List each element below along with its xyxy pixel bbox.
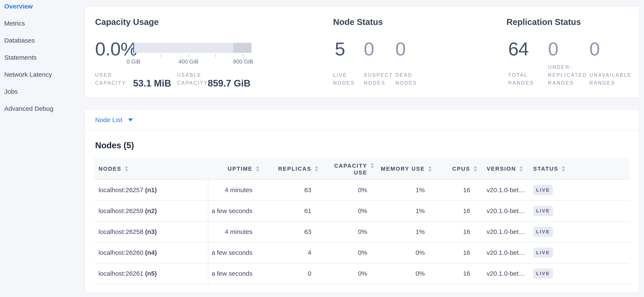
replicas-cell: 63 [247, 180, 311, 200]
node-address: localhost:26257 [98, 186, 143, 194]
node-address-cell[interactable]: localhost:26257(n1) [98, 180, 157, 200]
sidebar-item-label: Network Latency [4, 71, 52, 78]
sort-icon [562, 166, 565, 172]
total-ranges-count: 64 [508, 38, 529, 60]
column-header-nodes[interactable]: NODES [98, 158, 128, 180]
memory-use-cell: 0% [361, 263, 425, 284]
node-id: (n1) [145, 186, 157, 194]
replicas-cell: 63 [247, 222, 311, 242]
sidebar-item-metrics[interactable]: Metrics [0, 15, 84, 32]
sidebar-item-statements[interactable]: Statements [0, 49, 84, 66]
node-list-dropdown[interactable]: Node List [85, 109, 639, 131]
capacity-used-percent: 0.0% [95, 38, 137, 60]
column-header-capacity-use[interactable]: CAPACITY USE [324, 158, 374, 180]
capacity-usage-bar [133, 43, 252, 53]
version-cell: v20.1.0-bet… [487, 222, 525, 242]
sidebar-item-overview[interactable]: Overview [0, 0, 84, 15]
sidebar-item-label: Statements [4, 54, 37, 61]
status-cell: LIVE [533, 180, 553, 200]
column-header-label: REPLICAS [278, 166, 311, 172]
suspect-nodes-label: SUSPECT NODES [364, 71, 400, 87]
node-list-dropdown-label: Node List [95, 116, 122, 124]
capacity-use-cell: 0% [303, 180, 367, 200]
node-address-cell[interactable]: localhost:26261(n5) [98, 263, 157, 284]
column-header-uptime[interactable]: UPTIME [228, 158, 259, 180]
sidebar-item-label: Jobs [4, 88, 18, 95]
table-row-node-5[interactable]: localhost:26261(n5) a few seconds 0 0% 0… [94, 263, 630, 284]
sidebar-item-label: Databases [4, 37, 35, 44]
sort-icon [520, 166, 523, 172]
node-list-card: Node List Nodes (5) NODES UPTIME REPLICA… [84, 109, 639, 293]
sort-icon [256, 166, 259, 172]
axis-tick-label: 800 GiB [226, 58, 260, 65]
nodes-count-heading: Nodes (5) [95, 141, 134, 150]
cpus-cell: 16 [417, 201, 470, 221]
sidebar-item-network-latency[interactable]: Network Latency [0, 66, 84, 83]
status-badge: LIVE [533, 206, 553, 216]
cpus-cell: 16 [417, 180, 470, 200]
version-cell: v20.1.0-bet… [487, 201, 525, 221]
status-cell: LIVE [533, 263, 553, 284]
sidebar-item-label: Overview [4, 3, 33, 10]
unavailable-ranges-label: UNAVAILABLE RANGES [590, 71, 640, 87]
node-address-cell[interactable]: localhost:26258(n3) [98, 222, 157, 242]
sidebar-item-advanced-debug[interactable]: Advanced Debug [0, 100, 84, 117]
column-header-label: CAPACITY USE [324, 162, 367, 176]
uptime-cell: a few seconds [167, 243, 252, 263]
node-address-cell[interactable]: localhost:26259(n2) [98, 201, 157, 221]
status-badge: LIVE [533, 185, 553, 195]
version-cell: v20.1.0-bet… [487, 180, 525, 200]
column-header-status[interactable]: STATUS [533, 158, 565, 180]
column-header-label: NODES [98, 166, 121, 172]
suspect-nodes-count: 0 [364, 38, 374, 60]
usable-capacity-value: 859.7 GiB [208, 78, 250, 89]
nodes-table-body: localhost:26257(n1) 4 minutes 63 0% 1% 1… [94, 180, 630, 284]
capacity-use-cell: 0% [303, 243, 367, 263]
capacity-use-cell: 0% [303, 263, 367, 284]
capacity-use-cell: 0% [303, 222, 367, 242]
node-address-cell[interactable]: localhost:26260(n4) [98, 243, 157, 263]
axis-tick [133, 54, 134, 57]
column-header-label: MEMORY USE [381, 166, 425, 172]
capacity-usage-title: Capacity Usage [95, 17, 159, 27]
node-address: localhost:26259 [98, 207, 143, 215]
table-row-node-4[interactable]: localhost:26260(n4) a few seconds 4 0% 0… [94, 243, 630, 263]
sidebar-item-label: Metrics [4, 20, 25, 27]
column-header-replicas[interactable]: REPLICAS [278, 158, 318, 180]
column-header-memory-use[interactable]: MEMORY USE [381, 158, 432, 180]
cpus-cell: 16 [417, 263, 470, 284]
uptime-cell: a few seconds [167, 263, 252, 284]
sidebar: Overview Metrics Databases Statements Ne… [0, 0, 84, 117]
status-badge: LIVE [533, 269, 553, 279]
axis-tick [161, 54, 161, 57]
column-header-label: VERSION [487, 166, 516, 172]
table-row-node-1[interactable]: localhost:26257(n1) 4 minutes 63 0% 1% 1… [94, 180, 630, 201]
column-header-label: UPTIME [228, 166, 252, 172]
cluster-summary-card: Capacity Usage 0.0% 0 GiB 400 GiB 800 Gi… [84, 6, 639, 98]
nodes-table: NODES UPTIME REPLICAS CAPACITY USE MEMOR… [94, 158, 630, 284]
status-badge: LIVE [533, 227, 553, 237]
node-address: localhost:26258 [98, 228, 143, 235]
column-header-version[interactable]: VERSION [487, 158, 523, 180]
replicas-cell: 61 [247, 201, 311, 221]
replicas-cell: 0 [247, 263, 311, 284]
uptime-cell: 4 minutes [167, 180, 252, 200]
axis-tick [243, 54, 243, 57]
sort-icon [370, 163, 374, 169]
unavailable-ranges-count: 0 [590, 38, 600, 60]
axis-tick [216, 54, 216, 57]
sidebar-item-databases[interactable]: Databases [0, 32, 84, 49]
node-id: (n2) [145, 207, 157, 215]
table-row-node-3[interactable]: localhost:26258(n3) 4 minutes 63 0% 1% 1… [94, 222, 630, 243]
dead-nodes-label: DEAD NODES [395, 71, 427, 87]
status-cell: LIVE [533, 243, 553, 263]
axis-tick-label: 400 GiB [172, 58, 206, 65]
column-header-cpus[interactable]: CPUS [452, 158, 477, 180]
sort-icon [315, 166, 318, 172]
under-replicated-ranges-count: 0 [548, 38, 558, 60]
node-status-title: Node Status [333, 17, 383, 27]
axis-tick-label: 0 GiB [116, 58, 150, 65]
memory-use-cell: 1% [361, 222, 425, 242]
sidebar-item-jobs[interactable]: Jobs [0, 83, 84, 100]
table-row-node-2[interactable]: localhost:26259(n2) a few seconds 61 0% … [94, 201, 630, 222]
